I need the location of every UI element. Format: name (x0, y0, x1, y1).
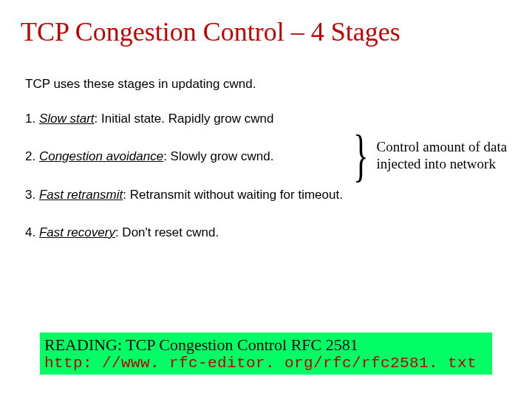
stage-desc: : Don't reset cwnd. (115, 225, 219, 239)
reading-label: READING: TCP Congestion Control RFC 2581 (44, 335, 488, 355)
brace-icon: } (353, 130, 369, 182)
brace-note: Control amount of data injected into net… (376, 139, 520, 173)
stage-num: 1. (25, 112, 35, 126)
stage-name: Congestion avoidance (39, 149, 163, 163)
stage-num: 3. (25, 188, 35, 202)
stage-desc: : Retransmit without waiting for timeout… (123, 188, 343, 202)
stage-num: 2. (25, 149, 35, 163)
slide: TCP Congestion Control – 4 Stages TCP us… (0, 0, 532, 399)
stage-num: 4. (25, 225, 35, 239)
reading-url: http: //www. rfc-editor. org/rfc/rfc2581… (44, 355, 488, 372)
intro-text: TCP uses these stages in updating cwnd. (25, 77, 511, 92)
stage-name: Fast recovery (39, 225, 115, 239)
stage-4: 4. Fast recovery: Don't reset cwnd. (25, 225, 511, 240)
page-title: TCP Congestion Control – 4 Stages (21, 16, 511, 47)
stage-name: Fast retransmit (39, 188, 123, 202)
brace-annotation: } Control amount of data injected into n… (353, 123, 523, 189)
stage-desc: : Initial state. Rapidly grow cwnd (95, 112, 274, 126)
stage-name: Slow start (39, 112, 95, 126)
reading-box: READING: TCP Congestion Control RFC 2581… (40, 332, 492, 375)
stage-desc: : Slowly grow cwnd. (163, 149, 273, 163)
